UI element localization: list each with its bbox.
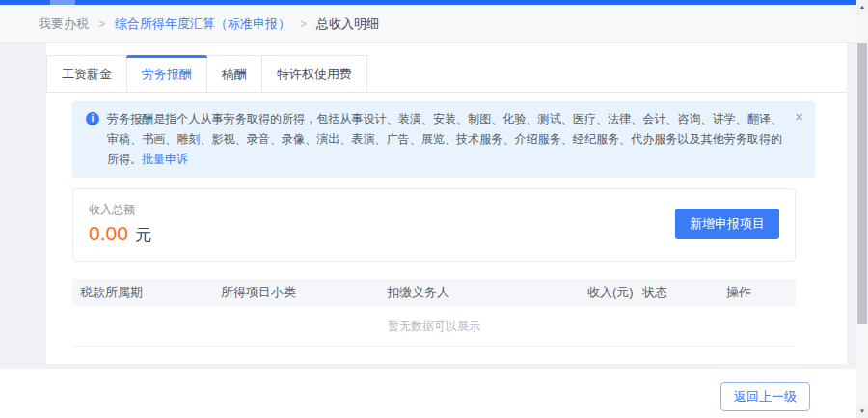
breadcrumb-item-current: 总收入明细 — [316, 15, 379, 33]
income-total-value: 0.00 — [89, 222, 128, 245]
vertical-scrollbar[interactable]: ▲ ▼ — [856, 0, 868, 418]
info-circle-icon: i — [86, 112, 99, 125]
records-table: 税款所属期 所得项目小类 扣缴义务人 收入(元) 状态 操作 暂无数据可以展示 — [72, 279, 796, 347]
tab-bar: 工资薪金 劳务报酬 稿酬 特许权使用费 — [46, 55, 847, 93]
tab-royalties[interactable]: 特许权使用费 — [262, 55, 367, 92]
scroll-up-icon[interactable]: ▲ — [856, 0, 868, 14]
content-card: 工资薪金 劳务报酬 稿酬 特许权使用费 i 劳务报酬是指个人从事劳务取得的所得，… — [46, 43, 847, 364]
income-total-value-row: 0.00 元 — [89, 222, 151, 246]
col-tax-period: 税款所属期 — [80, 284, 221, 301]
breadcrumb-item-home[interactable]: 我要办税 — [39, 15, 89, 33]
tab-author-remuneration[interactable]: 稿酬 — [207, 55, 262, 92]
table-empty-state: 暂无数据可以展示 — [72, 306, 796, 347]
hint-text: 如存在一般劳务报酬或其他劳务报酬，您可从已申报的记录中 查询导入或手工填写进行新… — [59, 359, 847, 364]
scrollbar-thumb[interactable] — [857, 43, 867, 324]
tab-salary[interactable]: 工资薪金 — [46, 55, 127, 92]
income-summary-left: 收入总额 0.00 元 — [89, 202, 151, 246]
batch-appeal-link[interactable]: 批量申诉 — [142, 153, 188, 166]
col-withholding-agent: 扣缴义务人 — [387, 284, 587, 301]
col-income-subcategory: 所得项目小类 — [221, 284, 387, 301]
footer-bar: 返回上一级 — [0, 369, 856, 418]
scroll-down-icon[interactable]: ▼ — [856, 404, 868, 418]
tab-labor-remuneration[interactable]: 劳务报酬 — [127, 55, 207, 92]
info-banner-text: 劳务报酬是指个人从事劳务取得的所得，包括从事设计、装潢、安装、制图、化验、测试、… — [107, 109, 782, 170]
col-actions: 操作 — [726, 284, 796, 301]
add-declaration-item-button[interactable]: 新增申报项目 — [675, 209, 779, 239]
income-total-label: 收入总额 — [89, 202, 151, 218]
table-header-row: 税款所属期 所得项目小类 扣缴义务人 收入(元) 状态 操作 — [72, 279, 796, 306]
col-status: 状态 — [642, 284, 726, 301]
info-banner-description: 劳务报酬是指个人从事劳务取得的所得，包括从事设计、装潢、安装、制图、化验、测试、… — [107, 112, 782, 166]
breadcrumb-separator: > — [300, 17, 307, 31]
income-total-unit: 元 — [135, 224, 151, 246]
hint-line1: 如存在一般劳务报酬或其他劳务报酬，您可从已申报的记录中 — [59, 363, 397, 364]
back-button[interactable]: 返回上一级 — [720, 382, 810, 411]
close-icon[interactable]: × — [795, 108, 803, 125]
income-summary-box: 收入总额 0.00 元 新增申报项目 — [72, 188, 796, 262]
breadcrumb-separator: > — [98, 17, 105, 31]
breadcrumb-item-annual-settlement[interactable]: 综合所得年度汇算（标准申报） — [115, 15, 290, 33]
breadcrumb: 我要办税 > 综合所得年度汇算（标准申报） > 总收入明细 — [0, 5, 856, 43]
info-banner: i 劳务报酬是指个人从事劳务取得的所得，包括从事设计、装潢、安装、制图、化验、测… — [72, 101, 815, 178]
col-income-amount: 收入(元) — [587, 284, 642, 301]
